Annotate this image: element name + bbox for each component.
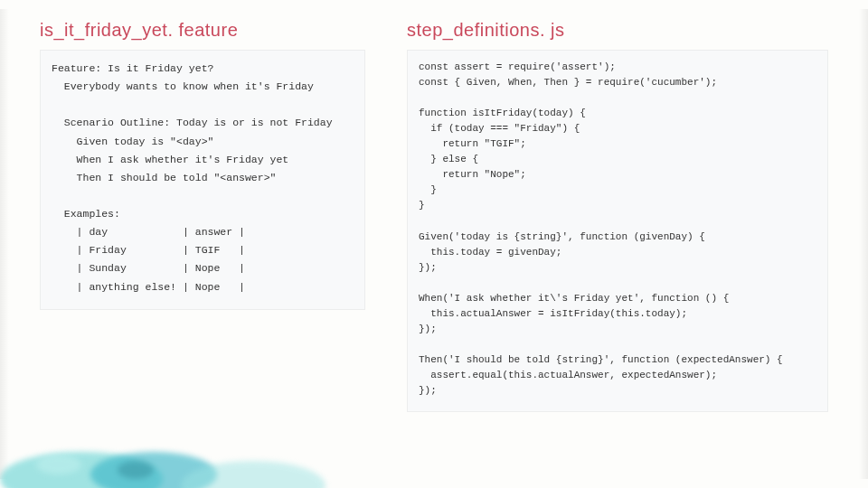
- step-definitions-code: const assert = require('assert'); const …: [407, 50, 828, 412]
- slide: is_it_friday_yet. feature Feature: Is it…: [0, 0, 868, 488]
- feature-file-code: Feature: Is it Friday yet? Everybody wan…: [40, 50, 365, 310]
- left-column: is_it_friday_yet. feature Feature: Is it…: [40, 20, 365, 479]
- step-definitions-title: step_definitions. js: [407, 20, 828, 41]
- right-column: step_definitions. js const assert = requ…: [407, 20, 828, 479]
- feature-file-title: is_it_friday_yet. feature: [40, 20, 365, 41]
